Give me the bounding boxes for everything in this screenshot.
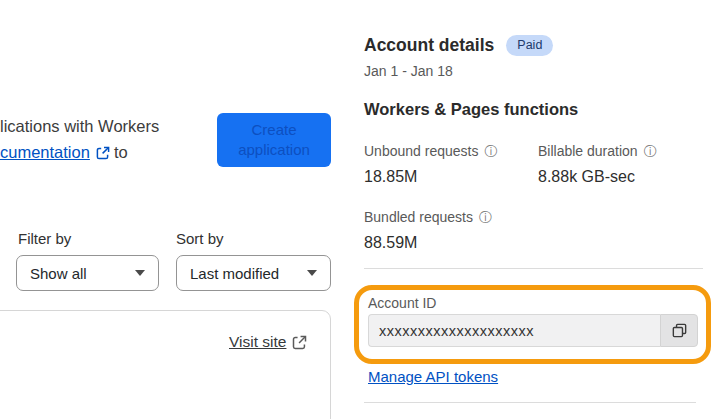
paid-badge: Paid <box>506 35 553 56</box>
visit-site-label: Visit site <box>229 333 286 351</box>
account-details-title: Account details <box>364 35 494 56</box>
metric-label: Billable duration <box>538 143 638 159</box>
documentation-link[interactable]: cumentation <box>0 143 90 161</box>
account-id-input[interactable] <box>368 314 660 347</box>
sort-by-label: Sort by <box>176 230 224 247</box>
info-icon[interactable]: ⓘ <box>484 145 497 158</box>
external-link-icon <box>292 335 307 350</box>
create-application-button[interactable]: Create application <box>217 113 331 167</box>
intro-text-line2: cumentationto <box>0 143 128 164</box>
intro-text-line1: lications with Workers <box>0 117 159 136</box>
info-icon[interactable]: ⓘ <box>479 211 492 224</box>
metric-unbound-requests: Unbound requests ⓘ 18.85M <box>364 143 497 186</box>
filter-dropdown[interactable]: Show all <box>16 255 159 291</box>
chevron-down-icon <box>135 270 145 276</box>
account-id-field-group <box>368 314 698 347</box>
copy-button[interactable] <box>660 314 698 347</box>
copy-icon <box>671 322 688 339</box>
metric-billable-duration: Billable duration ⓘ 8.88k GB-sec <box>538 143 657 186</box>
divider <box>364 268 703 269</box>
sort-dropdown[interactable]: Last modified <box>176 255 331 291</box>
metric-label: Unbound requests <box>364 143 478 159</box>
metric-bundled-requests: Bundled requests ⓘ 88.59M <box>364 209 492 252</box>
visit-site-link[interactable]: Visit site <box>229 333 307 351</box>
filter-dropdown-value: Show all <box>30 265 87 282</box>
workers-dashboard: lications with Workers cumentationto Cre… <box>0 0 718 419</box>
info-icon[interactable]: ⓘ <box>644 145 657 158</box>
application-card <box>0 310 331 419</box>
sort-dropdown-value: Last modified <box>190 265 279 282</box>
chevron-down-icon <box>307 270 317 276</box>
account-id-label: Account ID <box>368 295 436 311</box>
metric-value: 88.59M <box>364 234 492 252</box>
filter-by-label: Filter by <box>18 230 71 247</box>
external-link-icon <box>96 145 110 164</box>
metric-label: Bundled requests <box>364 209 473 225</box>
metric-value: 18.85M <box>364 168 497 186</box>
metric-value: 8.88k GB-sec <box>538 168 657 186</box>
date-range: Jan 1 - Jan 18 <box>364 63 453 79</box>
manage-api-tokens-link[interactable]: Manage API tokens <box>368 368 498 385</box>
account-details-header: Account details Paid <box>364 35 553 56</box>
divider <box>364 402 696 403</box>
intro-text: lications with Workers <box>0 117 159 135</box>
workers-pages-functions-title: Workers & Pages functions <box>364 100 578 119</box>
intro-suffix: to <box>114 143 128 161</box>
